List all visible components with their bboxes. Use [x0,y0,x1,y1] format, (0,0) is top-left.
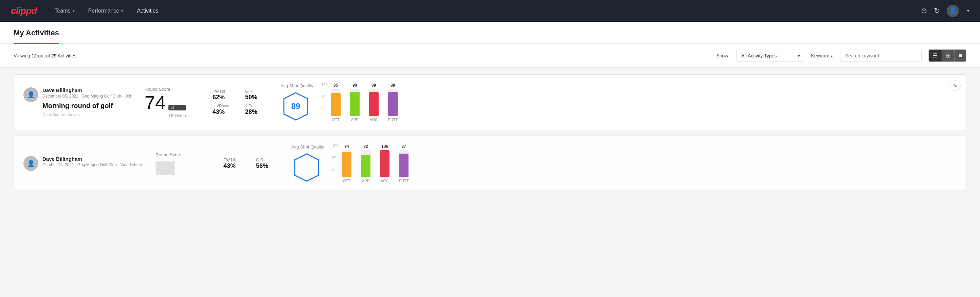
stat-value-gir: 50% [245,94,267,101]
user-info: Dave Billingham December 05, 2021 · Gog … [43,87,131,117]
user-date: October 16, 2021 · Gog Magog Golf Club -… [43,163,142,167]
stat-gir: GIR 50% [245,89,267,101]
activity-type-select[interactable]: All Activity Types [736,50,804,62]
stat-value-1putt: 28% [245,109,267,115]
bar-fill-putt [388,92,398,116]
y-label-100: 100 [332,144,339,148]
page-header: My Activities [0,22,980,44]
user-avatar-icon: 👤 [949,7,956,14]
round-score-section: Round Score 74 +4 18 Holes [145,87,199,118]
list-view-button[interactable]: ☰ [929,50,942,62]
bar-label-arg: ARG [370,118,378,121]
bar-col-app: 82 APP [359,144,372,183]
bar-track-putt [388,89,398,116]
score-label: Round Score [145,87,199,92]
page-title-wrap: My Activities [14,22,59,44]
bar-label-putt: PUTT [399,179,409,183]
stat-value-fw-hit: 62% [213,94,234,101]
bar-col-putt: 87 PUTT [397,144,410,183]
stat-value-gir: 56% [256,163,278,169]
nav-activities[interactable]: Activities [135,5,160,17]
bar-col-ott: 85 OTT [329,83,343,121]
bar-label-putt: PUTT [388,118,398,121]
card-user-section: 👤 Dave Billingham October 16, 2021 · Gog… [24,156,142,171]
bar-fill-putt [399,153,409,177]
hexagon: 89 [280,91,311,121]
stat-gir: GIR 56% [256,158,278,169]
avatar: 👤 [24,87,38,102]
stat-label-fw-hit: FW Hit [213,89,234,94]
stat-1putt: 1 Putt 28% [245,104,267,115]
bar-col-putt: 89 PUTT [386,83,400,121]
add-button[interactable]: ⊕ [921,6,927,15]
bar-track-app [350,89,360,116]
score-badge: +4 [169,105,186,110]
bar-val-app: 90 [353,83,357,88]
teams-chevron-icon: ▾ [73,9,75,13]
user-date: December 05, 2021 · Gog Magog Golf Club … [43,94,131,99]
bar-val-arg: 89 [371,83,376,88]
bar-val-ott: 94 [344,144,349,149]
activity-card: ✎ 👤 Dave Billingham December 05, 2021 · … [14,74,966,130]
shot-quality-section: Avg Shot Quality 89 100 50 0 [280,83,400,121]
score-label: Round Score [156,152,210,157]
stat-fw-hit: FW Hit 43% [223,158,245,169]
stat-label-fw-hit: FW Hit [223,158,245,163]
bar-chart-bars: 94 OTT 82 APP [340,144,410,183]
compact-view-button[interactable]: ≡ [955,50,966,62]
bar-col-arg: 106 ARG [378,144,391,183]
bar-track-putt [399,150,409,177]
edit-button[interactable]: ✎ [950,80,961,91]
shot-quality-section: Avg Shot Quality 100 50 0 [291,144,410,183]
hexagon [291,152,322,183]
bar-val-app: 82 [363,144,368,149]
stat-label-1putt: 1 Putt [245,104,267,109]
stat-value-updown: 43% [213,109,234,115]
bar-fill-ott [331,93,340,116]
viewing-text: Viewing 12 out of 29 Activities [14,53,710,59]
view-toggle: ☰ ⊞ ≡ [928,49,966,62]
user-name: Dave Billingham [43,87,131,93]
performance-chevron-icon: ▾ [121,9,123,13]
y-axis: 100 50 0 [321,83,327,110]
nav-performance[interactable]: Performance ▾ [87,5,125,17]
quality-label: Avg Shot Quality [280,83,313,88]
bar-val-arg: 106 [381,144,388,149]
bar-col-ott: 94 OTT [340,144,353,183]
activities-list: ✎ 👤 Dave Billingham December 05, 2021 · … [0,68,980,197]
bar-track-app [361,150,371,177]
navbar: clippd Teams ▾ Performance ▾ Activities … [0,0,980,22]
hex-score: 89 [291,102,300,111]
bar-track-arg [380,150,390,177]
round-title: Morning round of golf [43,102,131,110]
stat-value-fw-hit: 43% [223,163,245,169]
avatar-chevron-icon: ▾ [967,8,969,13]
bar-label-ott: OTT [332,118,340,121]
grid-view-button[interactable]: ⊞ [942,50,955,62]
page-title: My Activities [14,29,59,37]
user-avatar-button[interactable]: 👤 [947,5,959,17]
bar-fill-app [361,155,371,177]
bar-track-arg [369,89,379,116]
nav-icons: ⊕ ↻ 👤 ▾ [921,5,969,17]
stats-grid: FW Hit 43% GIR 56% [223,158,278,169]
y-axis: 100 50 0 [332,144,339,171]
stat-fw-hit: FW Hit 62% [213,89,234,101]
bar-fill-arg [380,150,390,177]
bar-chart-bars: 85 OTT 90 APP [329,83,400,121]
keyword-search-input[interactable] [840,50,921,62]
avatar-icon: 👤 [27,160,35,167]
refresh-button[interactable]: ↻ [934,6,940,15]
stat-label-gir: GIR [256,158,278,163]
activity-type-select-wrapper: All Activity Types [736,50,804,62]
stat-label-updown: Up/Down [213,104,234,109]
hexagon-svg [291,152,322,183]
bar-col-arg: 89 ARG [367,83,381,121]
avatar-icon: 👤 [27,91,35,99]
filter-bar: Viewing 12 out of 29 Activities Show: Al… [0,44,980,68]
bar-label-arg: ARG [381,179,389,183]
nav-teams[interactable]: Teams ▾ [53,5,76,17]
stats-grid: FW Hit 62% GIR 50% Up/Down 43% 1 Putt 28… [213,89,267,115]
bar-fill-arg [369,92,379,116]
score-number: 74 [145,93,166,112]
